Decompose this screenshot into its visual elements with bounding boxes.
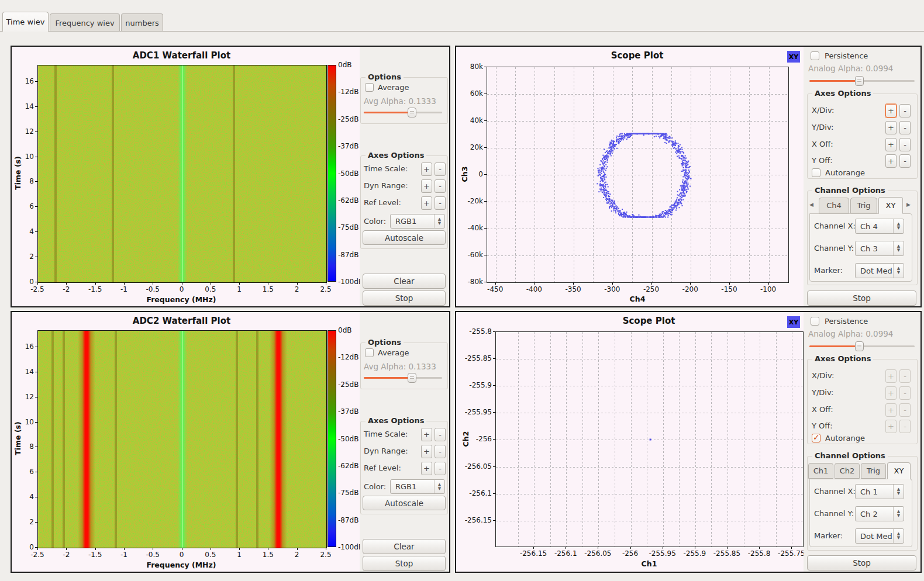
y-div-minus-button[interactable]: - <box>899 121 911 134</box>
channel-tab-xy-label: XY <box>886 201 896 210</box>
tab-time-view[interactable]: Time wiev <box>2 12 49 32</box>
analog-alpha-slider[interactable] <box>809 76 915 86</box>
channel-tab-xy[interactable]: XY <box>878 197 903 214</box>
ref-level-minus-button[interactable]: - <box>435 196 446 210</box>
marker-spinbox[interactable]: Dot Med ▲▼ <box>855 263 904 278</box>
spinbox-arrows-icon[interactable]: ▲▼ <box>434 215 444 228</box>
x-off-minus-button[interactable]: - <box>899 138 911 151</box>
y-off-plus-button[interactable]: + <box>885 420 897 433</box>
autorange-checkbox[interactable] <box>812 168 820 177</box>
channel-x-value: Ch 4 <box>860 219 878 233</box>
spinbox-arrows-icon[interactable]: ▲▼ <box>893 529 904 543</box>
x-div-plus-button[interactable]: + <box>885 369 897 383</box>
slider-handle[interactable] <box>408 108 416 117</box>
x-tick-label: -300 <box>596 285 629 293</box>
channel-tab-trig[interactable]: Trig <box>861 463 886 479</box>
x-div-minus-button[interactable]: - <box>899 369 911 383</box>
dyn-range-plus-button[interactable]: + <box>421 445 432 458</box>
adc1-waterfall-canvas[interactable] <box>37 65 327 283</box>
color-spinbox[interactable]: RGB1 ▲▼ <box>390 479 445 494</box>
x-div-plus-button[interactable]: + <box>885 104 897 117</box>
persistence-checkbox[interactable] <box>811 51 819 60</box>
time-scale-minus-button[interactable]: - <box>435 162 446 176</box>
y-tick-label: -256.05 <box>459 462 492 471</box>
slider-handle[interactable] <box>855 76 864 86</box>
tab-scroll-left-icon[interactable]: ◀ <box>809 202 813 208</box>
avg-alpha-slider[interactable] <box>364 108 442 117</box>
channel-tab-ch2[interactable]: Ch2 <box>835 463 860 479</box>
y-off-minus-button[interactable]: - <box>899 420 911 433</box>
spinbox-arrows-icon[interactable]: ▲▼ <box>893 219 904 233</box>
adc2-waterfall-canvas[interactable] <box>37 330 327 548</box>
stop-button[interactable]: Stop <box>363 556 446 571</box>
y-off-plus-button[interactable]: + <box>885 154 897 168</box>
x-tick-label: 1 <box>223 285 256 293</box>
channel-tab-ch4-label: Ch4 <box>826 201 842 210</box>
time-scale-plus-button[interactable]: + <box>421 162 432 176</box>
clear-button[interactable]: Clear <box>363 274 446 289</box>
tab-scroll-right-icon[interactable]: ▶ <box>906 202 911 208</box>
autorange-checkbox[interactable] <box>812 434 820 442</box>
y-div-plus-button[interactable]: + <box>885 386 897 400</box>
scope-plot-canvas[interactable] <box>495 331 804 547</box>
y-tick-label: -60k <box>457 251 483 259</box>
marker-spinbox[interactable]: Dot Med ▲▼ <box>855 528 904 544</box>
adc2-waterfall-title: ADC2 Waterfall Plot <box>37 316 326 326</box>
persistence-label: Persistence <box>825 51 868 60</box>
time-scale-minus-button[interactable]: - <box>435 428 446 441</box>
channel-tab-ch1[interactable]: Ch1 <box>808 463 833 479</box>
analog-alpha-value: Analog Alpha: 0.0994 <box>808 64 893 73</box>
ref-level-plus-button[interactable]: + <box>421 196 432 210</box>
channel-y-spinbox[interactable]: Ch 3 ▲▼ <box>855 241 904 256</box>
spinbox-arrows-icon[interactable]: ▲▼ <box>893 264 904 278</box>
stop-button[interactable]: Stop <box>363 290 446 306</box>
y-div-plus-button[interactable]: + <box>885 121 897 134</box>
scope-plot-canvas[interactable] <box>487 67 789 283</box>
spinbox-arrows-icon[interactable]: ▲▼ <box>893 485 904 499</box>
ref-level-plus-button[interactable]: + <box>421 462 432 475</box>
slider-handle[interactable] <box>855 341 864 351</box>
spinbox-arrows-icon[interactable]: ▲▼ <box>893 241 904 255</box>
ref-level-minus-button[interactable]: - <box>435 462 446 475</box>
channel-tab-trig[interactable]: Trig <box>850 198 877 213</box>
persistence-checkbox[interactable] <box>811 317 819 326</box>
x-tick-mark <box>239 548 240 550</box>
dyn-range-plus-button[interactable]: + <box>421 179 432 193</box>
channel-tab-xy[interactable]: XY <box>887 462 911 479</box>
autoscale-button[interactable]: Autoscale <box>363 496 446 510</box>
color-spinbox[interactable]: RGB1 ▲▼ <box>390 214 445 229</box>
x-div-minus-button[interactable]: - <box>899 104 911 117</box>
dyn-range-minus-button[interactable]: - <box>435 179 446 193</box>
channel-x-spinbox[interactable]: Ch 1 ▲▼ <box>855 484 904 499</box>
time-scale-plus-button[interactable]: + <box>421 428 432 441</box>
x-tick-mark <box>573 282 574 285</box>
tab-frequency-view[interactable]: Frequency wiev <box>50 13 120 32</box>
y-off-minus-button[interactable]: - <box>899 154 911 168</box>
x-off-plus-button[interactable]: + <box>885 403 897 417</box>
avg-alpha-slider[interactable] <box>364 373 442 383</box>
dyn-range-minus-button[interactable]: - <box>435 445 446 458</box>
average-checkbox[interactable] <box>365 348 374 357</box>
y-div-minus-button[interactable]: - <box>899 386 911 400</box>
channel-y-spinbox[interactable]: Ch 2 ▲▼ <box>855 506 904 521</box>
x-off-plus-button[interactable]: + <box>885 138 897 151</box>
stop-button[interactable]: Stop <box>807 555 916 570</box>
marker-value: Dot Med <box>860 529 892 543</box>
tab-numbers[interactable]: numbers <box>121 13 163 32</box>
average-checkbox[interactable] <box>365 83 374 92</box>
x-tick-mark <box>297 548 298 550</box>
spinbox-arrows-icon[interactable]: ▲▼ <box>434 480 444 493</box>
x-off-minus-button[interactable]: - <box>899 403 911 417</box>
slider-handle[interactable] <box>408 373 416 383</box>
analog-alpha-slider[interactable] <box>809 341 915 351</box>
stop-button[interactable]: Stop <box>807 290 916 306</box>
channel-y-label: Channel Y: <box>814 509 854 518</box>
color-label: Color: <box>364 217 386 226</box>
channel-tab-ch4[interactable]: Ch4 <box>819 198 849 213</box>
channel-x-spinbox[interactable]: Ch 4 ▲▼ <box>855 219 904 234</box>
clear-button[interactable]: Clear <box>363 539 446 554</box>
y-tick-label: 16 <box>18 343 34 351</box>
spinbox-arrows-icon[interactable]: ▲▼ <box>893 507 904 521</box>
autoscale-button[interactable]: Autoscale <box>363 230 446 245</box>
y-tick-label: 0 <box>457 170 483 178</box>
